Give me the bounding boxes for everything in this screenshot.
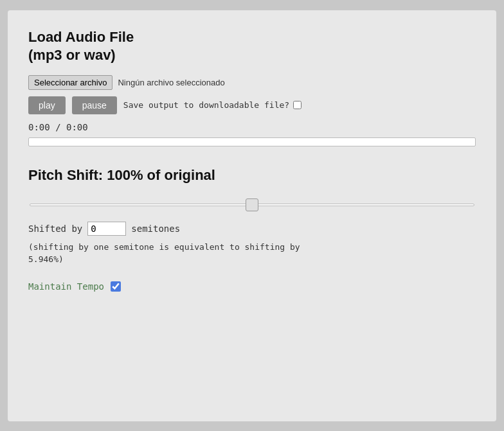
semitones-pre-label: Shifted by [28,224,82,234]
load-section: Load Audio File (mp3 or wav) Seleccionar… [28,28,476,146]
semitones-post-label: semitones [131,224,180,234]
load-title: Load Audio File (mp3 or wav) [28,28,476,65]
maintain-tempo-label: Maintain Tempo [28,281,104,292]
file-name-label: Ningún archivo seleccionado [118,78,224,87]
audio-progress-bar[interactable] [28,137,476,146]
pitch-title: Pitch Shift: 100% of original [28,167,476,184]
file-row: Seleccionar archivo Ningún archivo selec… [28,75,476,90]
maintain-tempo-row: Maintain Tempo [28,281,476,292]
controls-row: play pause Save output to downloadable f… [28,96,476,114]
save-output-label: Save output to downloadable file? [123,100,302,110]
semitone-note: (shifting by one semitone is equivalent … [28,241,476,266]
pitch-slider[interactable] [30,204,474,206]
semitones-input[interactable] [87,222,126,236]
semitones-row: Shifted by semitones [28,222,476,236]
file-select-button[interactable]: Seleccionar archivo [28,75,113,90]
play-button[interactable]: play [28,96,66,114]
pitch-slider-container [28,197,476,209]
pitch-section: Pitch Shift: 100% of original Shifted by… [28,167,476,292]
time-display: 0:00 / 0:00 [28,122,476,132]
save-output-checkbox[interactable] [293,101,302,109]
maintain-tempo-checkbox[interactable] [111,281,121,292]
app-container: Load Audio File (mp3 or wav) Seleccionar… [8,10,496,421]
pause-button[interactable]: pause [72,96,117,114]
